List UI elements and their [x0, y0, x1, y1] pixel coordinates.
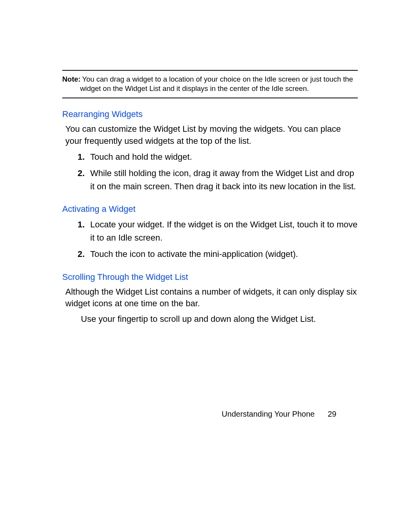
- scrolling-intro: Although the Widget List contains a numb…: [65, 286, 358, 310]
- heading-scrolling-widget-list: Scrolling Through the Widget List: [62, 272, 358, 282]
- rearranging-steps: Touch and hold the widget. While still h…: [62, 150, 358, 193]
- page-container: Note:You can drag a widget to a location…: [0, 0, 420, 508]
- heading-rearranging-widgets: Rearranging Widgets: [62, 109, 358, 119]
- footer-chapter: Understanding Your Phone: [222, 410, 315, 418]
- heading-activating-widget: Activating a Widget: [62, 204, 358, 214]
- note-label: Note:: [62, 75, 80, 83]
- activating-steps: Locate your widget. If the widget is on …: [62, 218, 358, 261]
- list-item: Touch and hold the widget.: [87, 150, 358, 164]
- list-item: While still holding the icon, drag it aw…: [87, 167, 358, 193]
- note-body: You can drag a widget to a location of y…: [80, 75, 353, 93]
- rearranging-intro: You can customize the Widget List by mov…: [65, 123, 358, 147]
- footer-page-number: 29: [328, 410, 336, 418]
- note-block: Note:You can drag a widget to a location…: [62, 70, 358, 98]
- scrolling-instruction: Use your fingertip to scroll up and down…: [81, 313, 358, 325]
- page-footer: Understanding Your Phone 29: [222, 410, 336, 419]
- list-item: Locate your widget. If the widget is on …: [87, 218, 358, 244]
- list-item: Touch the icon to activate the mini-appl…: [87, 248, 358, 261]
